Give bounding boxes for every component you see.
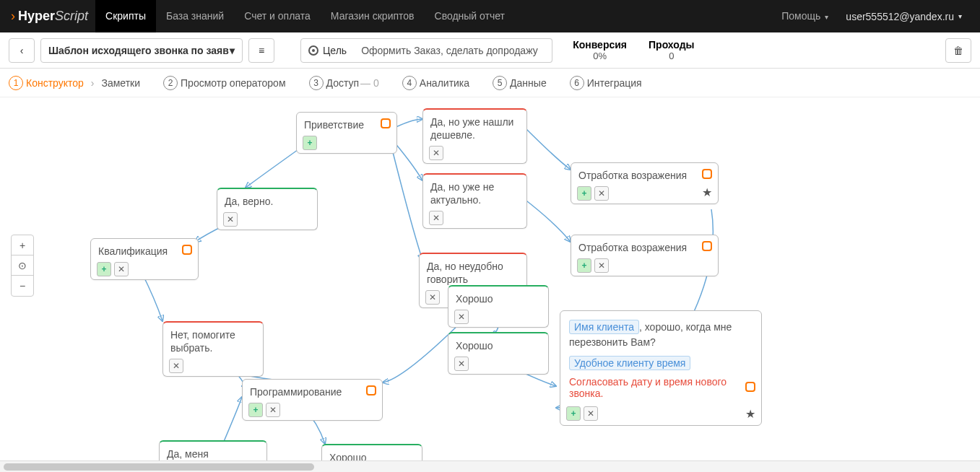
tab-analytics[interactable]: 4 Аналитика [402, 76, 469, 90]
close-icon[interactable]: ✕ [429, 211, 443, 225]
node-help-choose[interactable]: Нет, помогите выбрать. ✕ [162, 321, 264, 377]
tab-access[interactable]: 3 Доступ — 0 [309, 76, 379, 90]
node-qualification[interactable]: Квалификация + ✕ [90, 238, 199, 280]
nav-store[interactable]: Магазин скриптов [321, 0, 425, 32]
zoom-center-button[interactable]: ⊙ [12, 255, 33, 276]
variable-tag[interactable]: Имя клиента [569, 320, 639, 334]
close-icon[interactable]: ✕ [454, 357, 469, 371]
logo-text-script: Script [55, 9, 88, 24]
nav-help[interactable]: Помощь▾ [771, 0, 838, 32]
checkbox-icon[interactable] [702, 169, 712, 179]
goal-label-button[interactable]: Цель [300, 38, 355, 63]
zoom-out-button[interactable]: − [12, 276, 33, 296]
tab-notes[interactable]: Заметки [102, 77, 141, 89]
close-icon[interactable]: ✕ [584, 406, 598, 421]
node-programming[interactable]: Программирование + ✕ [242, 379, 383, 421]
node-not-relevant[interactable]: Да, но уже не актуально. ✕ [422, 173, 527, 229]
logo-caret-icon: › [11, 9, 15, 24]
toolbar: ‹ Шаблон исходящего звонка по заяв ▾ ≡ Ц… [0, 32, 980, 69]
node-found-cheaper[interactable]: Да, но уже нашли дешевле. ✕ [422, 108, 527, 164]
node-objection-1[interactable]: Отработка возражения ★ + ✕ [571, 162, 719, 204]
add-icon[interactable]: + [577, 258, 591, 273]
tabs-row: 1 Конструктор › Заметки 2 Просмотр опера… [0, 69, 980, 97]
target-icon [308, 45, 318, 56]
delete-button[interactable] [945, 38, 971, 63]
detail-panel[interactable]: Имя клиента, хорошо, когда мне перезвони… [560, 310, 762, 426]
logo[interactable]: › Hyper Script [11, 9, 88, 24]
chevron-left-icon: ‹ [20, 45, 24, 56]
close-icon[interactable]: ✕ [454, 310, 469, 324]
tab-constructor[interactable]: 1 Конструктор [9, 76, 84, 90]
close-icon[interactable]: ✕ [266, 403, 280, 417]
horizontal-scrollbar[interactable] [0, 460, 980, 472]
stat-conversion: Конверсия 0% [573, 39, 627, 61]
checkbox-icon[interactable] [366, 385, 376, 395]
menu-button[interactable]: ≡ [248, 38, 274, 63]
flow-canvas[interactable]: + ⊙ − Приветствие + Д [0, 97, 980, 472]
goal-input[interactable] [354, 38, 552, 63]
tab-data[interactable]: 5 Данные [493, 76, 547, 90]
add-icon[interactable]: + [303, 136, 317, 150]
nav-billing[interactable]: Счет и оплата [234, 0, 321, 32]
stat-passes: Проходы 0 [649, 39, 694, 61]
close-icon[interactable]: ✕ [425, 290, 440, 305]
breadcrumb-sep: › [91, 77, 95, 89]
node-ok-2[interactable]: Хорошо ✕ [448, 332, 549, 375]
add-icon[interactable]: + [566, 406, 581, 421]
close-icon[interactable]: ✕ [594, 258, 609, 273]
zoom-in-button[interactable]: + [12, 235, 33, 255]
nav-knowledge[interactable]: База знаний [156, 0, 234, 32]
variable-tag[interactable]: Удобное клиенту время [569, 356, 690, 370]
stats: Конверсия 0% Проходы 0 [573, 39, 694, 61]
top-nav: › Hyper Script Скрипты База знаний Счет … [0, 0, 980, 32]
add-icon[interactable]: + [577, 186, 591, 201]
scrollbar-thumb[interactable] [4, 463, 314, 471]
chevron-down-icon: ▾ [825, 13, 828, 21]
tab-integration[interactable]: 6 Интеграция [570, 76, 642, 90]
detail-body: Имя клиента, хорошо, когда мне перезвони… [569, 320, 753, 350]
back-button[interactable]: ‹ [9, 38, 35, 63]
nav-scripts[interactable]: Скрипты [95, 0, 156, 32]
template-dropdown[interactable]: Шаблон исходящего звонка по заяв ▾ [40, 38, 243, 63]
close-icon[interactable]: ✕ [114, 262, 129, 276]
checkbox-icon[interactable] [702, 241, 712, 251]
node-yes-correct[interactable]: Да, верно. ✕ [217, 188, 318, 230]
checkbox-icon[interactable] [182, 245, 192, 255]
nav-report[interactable]: Сводный отчет [425, 0, 515, 32]
close-icon[interactable]: ✕ [594, 186, 609, 201]
close-icon[interactable]: ✕ [169, 359, 183, 373]
close-icon[interactable]: ✕ [429, 146, 443, 160]
checkbox-icon[interactable] [745, 382, 755, 392]
star-icon[interactable]: ★ [702, 185, 712, 199]
node-ok-1[interactable]: Хорошо ✕ [448, 285, 549, 328]
checkbox-icon[interactable] [381, 118, 391, 128]
tab-operator-view[interactable]: 2 Просмотр оператором [163, 76, 285, 90]
menu-icon: ≡ [259, 45, 264, 56]
chevron-down-icon: ▾ [230, 45, 235, 56]
nav-user[interactable]: user555512@yandex.ru▾ [838, 11, 969, 22]
trash-icon [953, 45, 963, 56]
star-icon[interactable]: ★ [745, 407, 755, 421]
zoom-controls: + ⊙ − [11, 235, 34, 297]
detail-instruction: Согласовать дату и время нового звонка. [569, 376, 753, 399]
node-greeting[interactable]: Приветствие + [296, 112, 397, 154]
node-objection-2[interactable]: Отработка возражения + ✕ [571, 235, 719, 276]
chevron-down-icon: ▾ [958, 12, 962, 20]
close-icon[interactable]: ✕ [223, 212, 238, 227]
add-icon[interactable]: + [248, 403, 263, 417]
add-icon[interactable]: + [97, 262, 111, 276]
logo-text-hyper: Hyper [18, 9, 55, 24]
